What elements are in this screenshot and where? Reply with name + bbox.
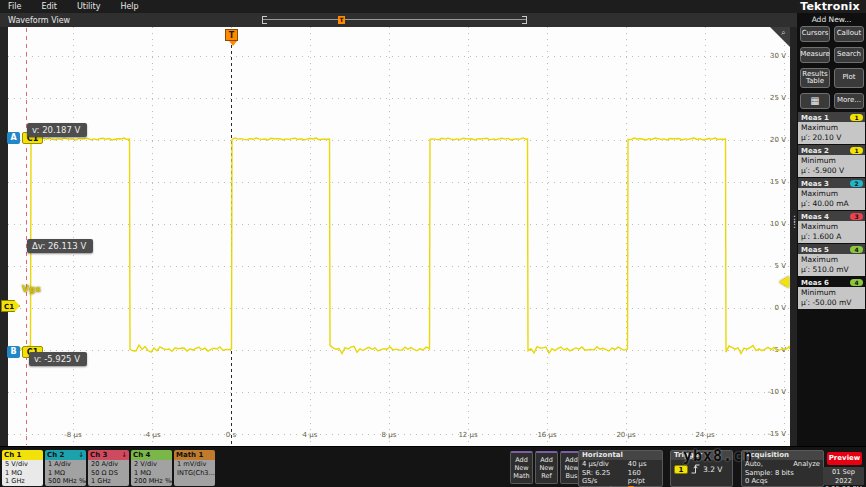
trigger-position-mini-icon[interactable]: T xyxy=(338,16,345,24)
math1-label: Math 1 xyxy=(176,451,203,459)
ch2-label: Ch 2 xyxy=(47,451,64,459)
cursors-button[interactable]: Cursors xyxy=(800,26,830,42)
meas-2-stat: Minimum xyxy=(801,156,865,166)
more-button[interactable]: More... xyxy=(834,93,864,109)
menu-file[interactable]: File xyxy=(0,2,33,11)
meas-3-title: Meas 3 xyxy=(801,180,829,188)
math1-badge[interactable]: Math 1 1 mV/divINTG(Ch3... xyxy=(174,450,215,486)
preview-button[interactable]: Preview xyxy=(827,452,862,465)
meas-6-source-pill: 4 xyxy=(850,279,863,286)
arrow-down-icon: ↓ xyxy=(121,451,127,459)
ch1-waveform-trace xyxy=(0,27,797,446)
meas-1-value: μ′: 20.10 V xyxy=(801,133,865,143)
meas-1-source-pill: 1 xyxy=(850,114,863,121)
ch1-badge[interactable]: Ch 1 5 V/div1 MΩ1 GHz xyxy=(2,450,43,486)
menu-bar: File Edit Utility Help xyxy=(0,0,866,13)
trigger-level-value: 3.2 V xyxy=(703,465,722,474)
horizontal-title: Horizontal xyxy=(579,451,662,460)
ch3-badge[interactable]: Ch 3↓ 20 A/div50 Ω DS1 GHz xyxy=(88,450,129,486)
rising-edge-icon xyxy=(691,464,700,474)
waveform-label-vgs: Vgs xyxy=(22,284,41,294)
tab-waveform-view[interactable]: Waveform View xyxy=(8,16,70,25)
add-new-math-button[interactable]: Add New Math xyxy=(510,451,533,484)
meas-1-stat: Maximum xyxy=(801,123,865,133)
acquisition-panel[interactable]: Acquisition Auto,Analyze Sample: 8 bits … xyxy=(741,450,824,487)
acquisition-title: Acquisition xyxy=(742,451,823,460)
magnifier-icon: ⌕ xyxy=(781,28,785,38)
callout-button[interactable]: Callout xyxy=(834,26,864,42)
ch2-badge[interactable]: Ch 2↓ 1 A/div1 MΩ500 MHz ‰ xyxy=(45,450,86,486)
meas-3-value: μ′: 40.00 mA xyxy=(801,199,865,209)
trigger-source-pill: 1 xyxy=(674,465,688,474)
bracket-cap xyxy=(263,16,267,17)
meas-1-title: Meas 1 xyxy=(801,114,829,122)
acquisition-window-line xyxy=(263,19,526,20)
cursor-b-badge[interactable]: B xyxy=(7,346,20,358)
meas-1-badge[interactable]: Meas 11 Maximumμ′: 20.10 V xyxy=(798,112,865,144)
meas-3-stat: Maximum xyxy=(801,189,865,199)
menu-edit[interactable]: Edit xyxy=(33,2,69,11)
meas-6-value: μ′: -50.00 mV xyxy=(801,298,865,308)
results-table-button[interactable]: Results Table xyxy=(800,68,830,88)
acquisition-sample: Sample: 8 bits xyxy=(745,469,794,478)
bracket-cap xyxy=(522,23,526,24)
ch3-label: Ch 3 xyxy=(90,451,107,459)
horizontal-panel[interactable]: Horizontal 4 μs/div40 μs SR: 6.25 GS/s16… xyxy=(578,450,663,487)
meas-5-stat: Maximum xyxy=(801,255,865,265)
ch1-label: Ch 1 xyxy=(4,451,21,459)
meas-2-title: Meas 2 xyxy=(801,147,829,155)
ch1-trace-path xyxy=(8,138,790,354)
bracket-cap xyxy=(522,16,526,17)
meas-5-value: μ′: 510.0 mV xyxy=(801,265,865,275)
trigger-position-marker[interactable]: T xyxy=(225,29,238,41)
meas-3-source-pill: 2 xyxy=(850,180,863,187)
add-new-label: Add New... xyxy=(797,15,866,24)
add-new-ref-button[interactable]: Add New Ref xyxy=(535,451,558,484)
meas-2-value: μ′: -5.900 V xyxy=(801,166,865,176)
oscilloscope-screen: File Edit Utility Help Tektronix Wavefor… xyxy=(0,0,866,487)
meas-3-badge[interactable]: Meas 32 Maximumμ′: 40.00 mA xyxy=(798,178,865,210)
search-button[interactable]: Search xyxy=(834,47,864,63)
waveform-view: 30 V25 V20 V15 V10 V5 V0 V-5 V-10 V-15 V… xyxy=(0,27,797,446)
cursor-a-readout: v: 20.187 V xyxy=(27,123,87,137)
grid-tool-icon-button[interactable]: ▦ xyxy=(800,93,830,109)
ch4-label: Ch 4 xyxy=(133,451,150,459)
date-text: 01 Sep 2022 xyxy=(823,468,864,485)
meas-5-title: Meas 5 xyxy=(801,246,829,254)
meas-2-badge[interactable]: Meas 21 Minimumμ′: -5.900 V xyxy=(798,145,865,177)
meas-4-stat: Maximum xyxy=(801,222,865,232)
tab-bar: Waveform View T xyxy=(0,13,797,27)
meas-4-value: μ′: 1.600 A xyxy=(801,232,865,242)
acquisition-acqs: 0 Acqs xyxy=(745,477,768,486)
menu-help[interactable]: Help xyxy=(112,2,150,11)
zoom-corner[interactable] xyxy=(770,27,790,47)
plot-button[interactable]: Plot xyxy=(834,68,864,88)
panel-splitter-handle[interactable]: ⋮⋮ xyxy=(790,217,797,227)
acquisition-window-indicator[interactable]: T xyxy=(262,16,527,24)
watermark: ybx8.cn xyxy=(683,447,753,465)
right-sidebar: Add New... Cursors Callout Measure Searc… xyxy=(797,13,866,446)
meas-4-title: Meas 4 xyxy=(801,213,829,221)
acquisition-analyze: Analyze xyxy=(793,460,820,469)
measure-button[interactable]: Measure xyxy=(800,47,830,63)
meas-6-badge[interactable]: Meas 64 Minimumμ′: -50.00 mV xyxy=(798,277,865,309)
meas-5-source-pill: 4 xyxy=(850,246,863,253)
datetime-display: 01 Sep 2022 8:25:38 PM xyxy=(823,467,864,485)
meas-4-badge[interactable]: Meas 43 Maximumμ′: 1.600 A xyxy=(798,211,865,243)
bracket-cap xyxy=(263,23,267,24)
arrow-down-icon: ↓ xyxy=(78,451,84,459)
menu-utility[interactable]: Utility xyxy=(69,2,113,11)
meas-6-stat: Minimum xyxy=(801,288,865,298)
meas-2-source-pill: 1 xyxy=(850,147,863,154)
tektronix-logo: Tektronix xyxy=(797,0,863,13)
cursor-a-badge[interactable]: A xyxy=(7,132,20,144)
cursor-b-readout: v: -5.925 V xyxy=(29,352,87,366)
meas-6-title: Meas 6 xyxy=(801,279,829,287)
trigger-level-arrow-icon[interactable] xyxy=(779,276,789,288)
measurement-badges: Meas 11 Maximumμ′: 20.10 V Meas 21 Minim… xyxy=(797,112,866,310)
meas-5-badge[interactable]: Meas 54 Maximumμ′: 510.0 mV xyxy=(798,244,865,276)
meas-4-source-pill: 3 xyxy=(850,213,863,220)
ch4-badge[interactable]: Ch 4 2 V/div1 MΩ200 MHz ‰ xyxy=(131,450,172,486)
cursor-delta-readout: Δv: 26.113 V xyxy=(27,239,93,253)
